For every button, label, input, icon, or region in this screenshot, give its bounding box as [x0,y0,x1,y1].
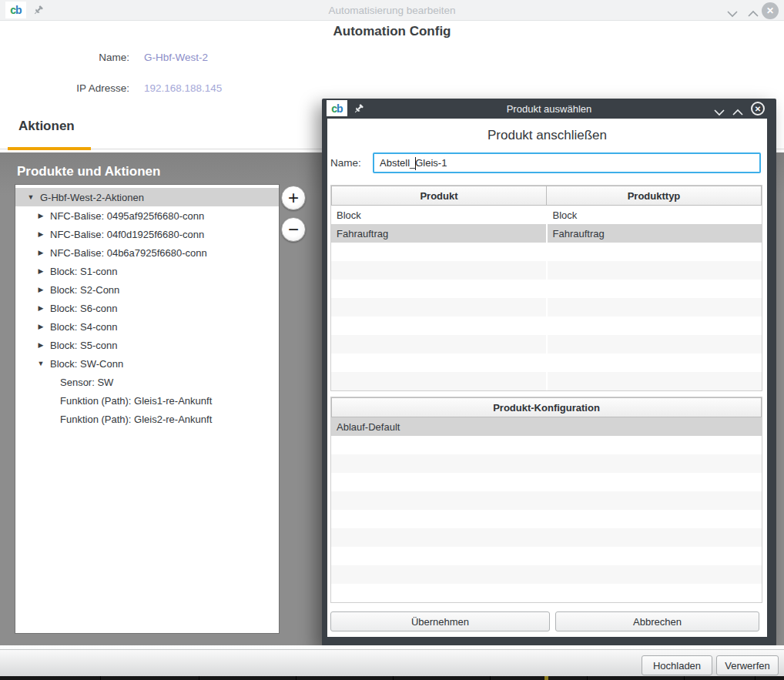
add-button[interactable]: + [281,186,306,210]
active-tab-indicator [8,147,91,150]
product-table-header: Produkt Produkttyp [331,186,762,206]
empty-row [331,565,762,584]
expander-collapsed-icon[interactable]: ▶ [36,212,45,219]
empty-row [331,317,762,335]
text-caret [415,157,416,170]
minimize-icon[interactable] [726,7,739,21]
main-window-title: Automatisierung bearbeiten [0,5,784,16]
dialog-name-label: Name: [330,157,361,169]
remove-button[interactable]: − [281,217,306,242]
empty-row [331,547,762,565]
empty-row [331,473,762,491]
maximize-icon[interactable] [747,7,759,21]
column-header-konfiguration[interactable]: Produkt-Konfiguration [331,397,762,417]
empty-row [331,584,762,602]
tree-item[interactable]: Funktion (Path): Gleis1-re-Ankunft [15,391,279,410]
column-header-produkt[interactable]: Produkt [331,186,547,206]
product-row[interactable]: Block Block [331,206,762,224]
empty-row [331,280,762,298]
expander-collapsed-icon[interactable]: ▶ [36,304,45,312]
main-titlebar: cb Automatisierung bearbeiten ✕ [0,0,784,21]
panel-title: Produkte und Aktionen [17,164,160,179]
footer-divider [0,649,784,650]
empty-row [331,528,762,547]
dialog-name-input[interactable]: Abstell_Gleis-1 [373,152,761,173]
tree-item-root[interactable]: ▼G-Hbf-West-2-Aktionen [15,188,279,206]
name-label: Name: [0,52,129,63]
expander-collapsed-icon[interactable]: ▶ [36,249,45,256]
taskbar-edge [0,676,784,680]
empty-row [331,353,762,372]
expander-collapsed-icon[interactable]: ▶ [36,341,45,349]
empty-row [331,261,762,280]
ip-label: IP Adresse: [0,82,129,94]
ip-value: 192.168.188.145 [144,82,222,94]
dialog-title: Produkt auswählen [322,103,776,115]
config-table-header: Produkt-Konfiguration [331,397,762,417]
product-table: Produkt Produkttyp Block Block Fahrauftr… [330,185,762,391]
expander-expanded-icon[interactable]: ▼ [36,360,45,367]
footer-bar: Hochladen Verwerfen [0,645,784,676]
expander-collapsed-icon[interactable]: ▶ [36,323,45,330]
dialog-heading: Produkt anschließen [327,128,767,143]
empty-row [331,510,762,528]
tree-item[interactable]: ▶Block: S2-Conn [15,280,279,299]
upload-button[interactable]: Hochladen [642,655,712,675]
produkte-aktionen-tree: ▼G-Hbf-West-2-Aktionen ▶NFC-Balise: 0495… [15,185,279,633]
dialog-name-input-value: Abstell_Gleis-1 [380,157,447,169]
empty-row [331,372,762,390]
apply-button[interactable]: Übernehmen [330,611,550,631]
dialog-minimize-icon[interactable] [713,106,725,119]
empty-row [331,454,762,473]
expander-collapsed-icon[interactable]: ▶ [36,286,45,293]
tree-item[interactable]: ▼Block: SW-Conn [15,354,279,373]
tree-item[interactable]: ▶NFC-Balise: 0495af925f6680-conn [15,206,279,225]
tree-item[interactable]: Sensor: SW [15,373,279,391]
empty-row [331,298,762,317]
column-header-produkttyp[interactable]: Produkttyp [547,186,762,206]
expander-collapsed-icon[interactable]: ▶ [36,267,45,275]
empty-row [331,491,762,510]
product-row-selected[interactable]: Fahrauftrag Fahrauftrag [331,224,762,243]
tree-item[interactable]: ▶NFC-Balise: 04b6a7925f6680-conn [15,243,279,262]
tree-item[interactable]: ▶Block: S6-conn [15,299,279,317]
empty-row [331,243,762,261]
dialog-maximize-icon[interactable] [732,106,744,119]
taskbar-highlight [544,676,548,680]
cancel-button[interactable]: Abbrechen [555,611,759,631]
expander-collapsed-icon[interactable]: ▶ [36,230,45,238]
page-title: Automation Config [0,24,784,39]
screen: { "app_logo": { "part1": "c", "part2": "… [0,0,784,680]
config-row-selected[interactable]: Ablauf-Default [331,417,762,436]
tree-item[interactable]: ▶Block: S1-conn [15,262,279,280]
produkt-auswaehlen-dialog: cb Produkt auswählen ✕ Produkt anschließ… [322,99,776,646]
close-icon[interactable]: ✕ [762,2,779,19]
name-value: G-Hbf-West-2 [144,52,208,63]
empty-row [331,335,762,353]
tree-item[interactable]: Funktion (Path): Gleis2-re-Ankunft [15,410,279,428]
tree-item[interactable]: ▶NFC-Balise: 04f0d1925f6680-conn [15,225,279,243]
discard-button[interactable]: Verwerfen [716,655,779,675]
tree-item[interactable]: ▶Block: S5-conn [15,336,279,354]
dialog-titlebar: cb Produkt auswählen ✕ [322,99,776,119]
dialog-content: Produkt anschließen Name: Abstell_Gleis-… [327,119,767,637]
config-table: Produkt-Konfiguration Ablauf-Default [330,397,762,603]
expander-expanded-icon[interactable]: ▼ [26,193,35,201]
tab-aktionen[interactable]: Aktionen [18,119,75,134]
tree-item[interactable]: ▶Block: S4-conn [15,317,279,336]
dialog-close-icon[interactable]: ✕ [751,102,765,116]
empty-row [331,436,762,454]
